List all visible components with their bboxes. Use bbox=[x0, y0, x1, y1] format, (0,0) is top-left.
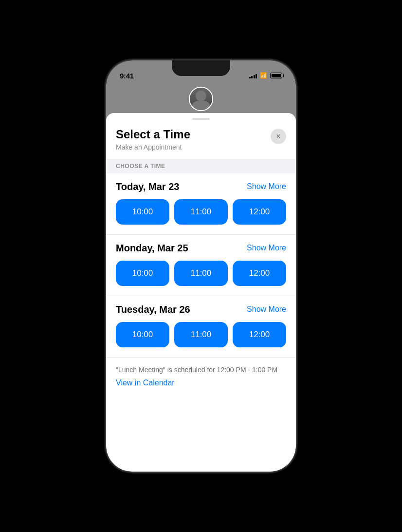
day-section-0: Today, Mar 23Show More10:0011:0012:00 bbox=[106, 173, 296, 235]
day-section-2: Tuesday, Mar 26Show More10:0011:0012:00 bbox=[106, 296, 296, 358]
status-icons: 📶 bbox=[249, 72, 283, 79]
day-title-1: Monday, Mar 25 bbox=[116, 243, 188, 254]
bottom-sheet: Select a Time Make an Appointment × CHOO… bbox=[106, 113, 296, 472]
view-in-calendar-link[interactable]: View in Calendar bbox=[106, 377, 296, 395]
time-slot-2-0[interactable]: 10:00 bbox=[116, 322, 169, 347]
time-slot-0-2[interactable]: 12:00 bbox=[233, 199, 286, 225]
avatar bbox=[189, 87, 213, 111]
show-more-button-2[interactable]: Show More bbox=[247, 305, 286, 314]
sheet-title: Select a Time bbox=[116, 128, 190, 142]
sheet-header: Select a Time Make an Appointment × bbox=[106, 120, 296, 159]
show-more-button-1[interactable]: Show More bbox=[247, 244, 286, 252]
section-header: CHOOSE A TIME bbox=[106, 159, 296, 173]
phone-screen: 9:41 📶 bbox=[106, 60, 296, 472]
status-time: 9:41 bbox=[120, 72, 134, 80]
close-button[interactable]: × bbox=[271, 129, 286, 144]
battery-icon bbox=[270, 73, 282, 78]
phone-frame: 9:41 📶 bbox=[106, 60, 296, 472]
profile-area bbox=[106, 84, 296, 113]
sheet-subtitle: Make an Appointment bbox=[116, 143, 190, 151]
time-slot-0-0[interactable]: 10:00 bbox=[116, 199, 169, 225]
day-title-2: Tuesday, Mar 26 bbox=[116, 304, 190, 315]
signal-icon bbox=[249, 73, 257, 78]
conflict-note: "Lunch Meeting" is scheduled for 12:00 P… bbox=[106, 358, 296, 377]
time-slot-1-0[interactable]: 10:00 bbox=[116, 261, 169, 286]
time-slot-2-1[interactable]: 11:00 bbox=[174, 322, 228, 347]
time-slot-0-1[interactable]: 11:00 bbox=[174, 199, 228, 225]
time-slot-1-2[interactable]: 12:00 bbox=[233, 261, 286, 286]
time-slot-2-2[interactable]: 12:00 bbox=[233, 322, 286, 347]
time-slot-1-1[interactable]: 11:00 bbox=[174, 261, 228, 286]
wifi-icon: 📶 bbox=[260, 72, 267, 79]
notch bbox=[172, 60, 230, 76]
day-section-1: Monday, Mar 25Show More10:0011:0012:00 bbox=[106, 235, 296, 296]
show-more-button-0[interactable]: Show More bbox=[247, 182, 286, 191]
days-container: Today, Mar 23Show More10:0011:0012:00Mon… bbox=[106, 173, 296, 358]
day-title-0: Today, Mar 23 bbox=[116, 181, 179, 192]
